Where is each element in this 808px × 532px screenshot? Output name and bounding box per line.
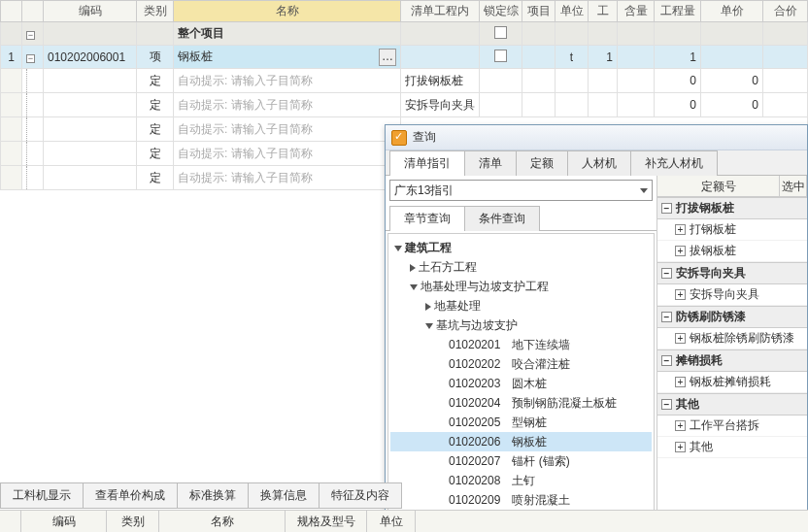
popup-tabs: 清单指引 清单 定额 人材机 补充人材机 (386, 150, 807, 176)
tree-leaf[interactable]: 01020205 型钢桩 (390, 413, 652, 432)
plus-icon[interactable]: + (675, 333, 686, 344)
name-cell[interactable]: 钢板桩 (178, 50, 213, 63)
btab-material[interactable]: 工料机显示 (0, 482, 84, 509)
minus-icon[interactable]: − (661, 312, 672, 322)
col-quota-no[interactable]: 定额号 (657, 176, 780, 196)
checkbox[interactable] (494, 26, 507, 39)
quota-item[interactable]: +钢板桩摊销损耗 (657, 372, 807, 393)
query-icon (391, 130, 407, 146)
col-proj[interactable]: 项目 (522, 1, 556, 22)
quota-group[interactable]: −打拔钢板桩 (657, 197, 807, 219)
lookup-button[interactable]: … (379, 49, 396, 66)
guide-dropdown[interactable]: 广东13指引 (389, 180, 653, 201)
tab-rcj[interactable]: 人材机 (567, 150, 631, 176)
tab-list[interactable]: 清单 (464, 150, 517, 176)
popup-titlebar[interactable]: 查询 (386, 125, 807, 150)
subtab-chapter[interactable]: 章节查询 (389, 206, 465, 231)
checkbox[interactable] (494, 50, 507, 62)
col-select[interactable]: 选中 (780, 176, 807, 196)
col-price[interactable]: 单价 (701, 1, 763, 22)
hint-text[interactable]: 自动提示: 请输入子目简称 (178, 98, 313, 112)
quota-item[interactable]: +安拆导向夹具 (657, 284, 807, 306)
whole-project-label: 整个项目 (178, 26, 224, 40)
col-lock[interactable]: 锁定综 (480, 1, 522, 22)
tab-extra[interactable]: 补充人材机 (630, 150, 718, 176)
bottom-tabs: 工料机显示 查看单价构成 标准换算 换算信息 特征及内容 (0, 482, 401, 509)
quota-list[interactable]: −打拔钢板桩+打钢板桩+拔钢板桩−安拆导向夹具+安拆导向夹具−防锈刷防锈漆+钢板… (657, 197, 807, 531)
project-root-row[interactable]: − 整个项目 (1, 22, 808, 46)
col-liang[interactable]: 工程量 (655, 1, 701, 22)
col-name[interactable]: 名称 (174, 1, 401, 22)
btab-convert[interactable]: 标准换算 (177, 482, 249, 509)
popup-title-text: 查询 (413, 129, 436, 146)
tree-leaf[interactable]: 01020202 咬合灌注桩 (390, 354, 652, 374)
quota-group[interactable]: −摊销损耗 (657, 349, 807, 372)
quota-item[interactable]: +钢板桩除锈刷防锈漆 (657, 328, 807, 349)
quota-group[interactable]: −安拆导向夹具 (657, 262, 807, 284)
grid-header-row: 编码 类别 名称 清单工程内 锁定综 项目 单位 工 含量 工程量 单价 合价 (1, 1, 808, 22)
btab-feature[interactable]: 特征及内容 (319, 482, 402, 509)
tree-leaf[interactable]: 01020207 锚杆 (锚索) (390, 451, 652, 471)
lookup-popup: 查询 清单指引 清单 定额 人材机 补充人材机 广东13指引 章节查询 条件查询… (385, 124, 808, 532)
col-han[interactable]: 含量 (618, 1, 655, 22)
bottom-grid-header: 编码 类别 名称 规格及型号 单位 (0, 510, 808, 532)
chevron-down-icon (640, 188, 648, 193)
tree-leaf[interactable]: 01020206 钢板桩 (390, 432, 652, 451)
collapse-icon[interactable]: − (26, 54, 35, 63)
col-gong[interactable]: 工 (589, 1, 618, 22)
plus-icon[interactable]: + (675, 420, 686, 431)
quota-group[interactable]: −其他 (657, 393, 807, 416)
tree-leaf[interactable]: 01020203 圆木桩 (390, 374, 652, 393)
tree-leaf[interactable]: 01020209 喷射混凝土 (390, 490, 652, 510)
quota-item[interactable]: +打钢板桩 (657, 219, 807, 241)
row-item-1[interactable]: 1 − 010202006001 项 钢板桩… t 1 1 (1, 46, 808, 69)
minus-icon[interactable]: − (661, 355, 672, 366)
minus-icon[interactable]: − (661, 399, 672, 410)
plus-icon[interactable]: + (675, 289, 686, 300)
col-unit[interactable]: 单位 (556, 1, 589, 22)
btab-convinfo[interactable]: 换算信息 (248, 482, 320, 509)
plus-icon[interactable]: + (675, 377, 686, 387)
quota-item[interactable]: +工作平台搭拆 (657, 416, 807, 437)
chapter-tree[interactable]: 建筑工程 土石方工程 地基处理与边坡支护工程 地基处理 基坑与边坡支护 0102… (387, 233, 655, 529)
tab-quota[interactable]: 定额 (516, 150, 568, 176)
plus-icon[interactable]: + (675, 442, 686, 452)
collapse-icon[interactable]: − (26, 31, 35, 40)
tree-leaf[interactable]: 01020204 预制钢筋混凝土板桩 (390, 393, 652, 413)
col-total[interactable]: 合价 (763, 1, 808, 22)
quota-item[interactable]: +拔钢板桩 (657, 241, 807, 262)
hint-text[interactable]: 自动提示: 请输入子目简称 (178, 74, 313, 87)
btab-price[interactable]: 查看单价构成 (83, 482, 178, 509)
tree-leaf[interactable]: 01020208 土钉 (390, 471, 652, 490)
right-header: 定额号 选中 (657, 176, 807, 197)
sub-row[interactable]: 定 自动提示: 请输入子目简称 安拆导向夹具 0 0 (1, 93, 808, 117)
code-cell[interactable]: 010202006001 (44, 46, 137, 69)
quota-group[interactable]: −防锈刷防锈漆 (657, 306, 807, 328)
cat-cell: 项 (137, 46, 174, 69)
tab-guide[interactable]: 清单指引 (389, 150, 465, 176)
col-cat[interactable]: 类别 (137, 1, 174, 22)
minus-icon[interactable]: − (661, 268, 672, 279)
plus-icon[interactable]: + (675, 224, 686, 235)
quota-item[interactable]: +其他 (657, 437, 807, 458)
subtab-condition[interactable]: 条件查询 (464, 206, 540, 231)
tree-leaf[interactable]: 01020201 地下连续墙 (390, 335, 652, 354)
minus-icon[interactable]: − (661, 203, 672, 214)
col-qdnr[interactable]: 清单工程内 (401, 1, 480, 22)
col-code[interactable]: 编码 (44, 1, 137, 22)
plus-icon[interactable]: + (675, 246, 686, 256)
sub-row[interactable]: 定 自动提示: 请输入子目简称 打拔钢板桩 0 0 (1, 69, 808, 93)
